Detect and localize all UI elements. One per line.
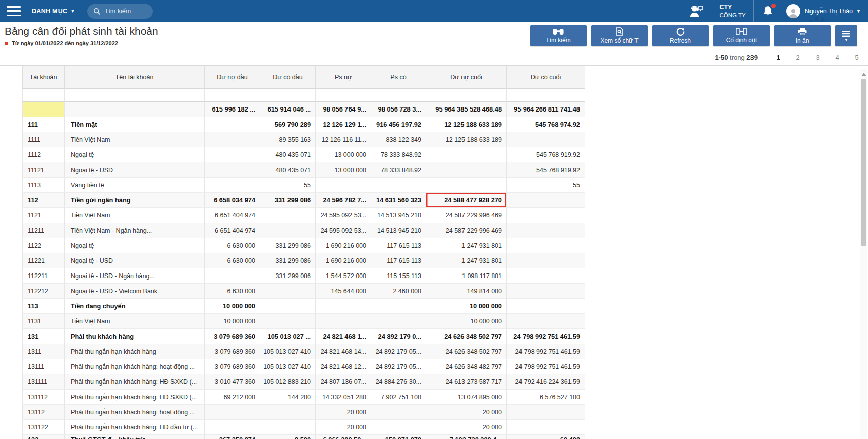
cell-value[interactable]: 24 626 348 502 797 <box>426 344 507 359</box>
refresh-button[interactable]: Refresh <box>652 25 709 46</box>
cell-account-code[interactable]: 131122 <box>22 420 65 435</box>
cell-value[interactable]: 14 513 945 210 <box>371 208 426 223</box>
cell-account-name[interactable]: Phải thu ngắn hạn khách hàng: HĐ đầu tư … <box>65 420 205 435</box>
pagination-page-5[interactable]: 5 <box>854 53 860 61</box>
cell-value[interactable]: 117 615 113 <box>371 238 426 253</box>
column-header-ps-no[interactable]: Ps nợ <box>316 66 371 89</box>
cell-value[interactable]: 89 355 163 <box>260 132 316 147</box>
cell-value[interactable]: 24 821 468 14... <box>316 344 371 359</box>
table-row[interactable]: 131Phải thu khách hàng3 079 689 360105 0… <box>22 329 585 344</box>
cell-value[interactable] <box>507 238 585 253</box>
column-header-du-no-dau[interactable]: Dư nợ đầu <box>205 66 260 89</box>
cell-value[interactable]: 24 613 273 587 717 <box>426 374 507 390</box>
column-header-ps-co[interactable]: Ps có <box>371 66 426 89</box>
cell-value[interactable]: 24 792 416 224 361.59 <box>507 374 585 390</box>
cell-account-code[interactable]: 112211 <box>22 268 65 284</box>
support-button[interactable] <box>680 0 712 22</box>
cell-account-code[interactable]: 112 <box>22 193 65 208</box>
table-row[interactable]: 11221Ngoại tệ - USD6 630 000331 299 0861… <box>22 253 585 268</box>
cell-account-name[interactable]: Tiền Việt Nam <box>65 208 205 223</box>
cell-account-name[interactable]: Vàng tiền tệ <box>65 178 205 193</box>
freeze-columns-button[interactable]: Cố định cột <box>713 25 770 46</box>
table-row[interactable]: 131111Phải thu ngắn hạn khách hàng: HĐ S… <box>22 374 585 390</box>
table-row[interactable]: 13112Phải thu ngắn hạn khách hàng: hoạt … <box>22 405 585 420</box>
cell-account-name[interactable]: Phải thu ngắn hạn khách hàng: hoạt động … <box>65 359 205 374</box>
cell-account-name[interactable]: Ngoại tệ <box>65 147 205 162</box>
cell-value[interactable]: 6 658 034 974 <box>205 193 260 208</box>
cell-value[interactable]: 14 332 051 280 <box>316 390 371 405</box>
cell-value[interactable]: 150 071 070 <box>371 435 426 439</box>
cell-value[interactable] <box>260 299 316 314</box>
pagination-page-1[interactable]: 1 <box>775 53 781 61</box>
cell-account-name[interactable]: Ngoại tệ - USD - Ngân hàng... <box>65 268 205 284</box>
cell-value[interactable] <box>371 420 426 435</box>
pagination-page-3[interactable]: 3 <box>815 53 821 61</box>
cell-account-name[interactable]: Ngoại tệ - USD <box>65 162 205 178</box>
table-row[interactable]: 1113Vàng tiền tệ5555 <box>22 178 585 193</box>
scrollbar-thumb[interactable] <box>861 79 866 246</box>
cell-value[interactable]: 1 690 216 000 <box>316 238 371 253</box>
cell-value[interactable]: 3 079 689 360 <box>205 329 260 344</box>
cell-value[interactable]: 838 122 349 <box>371 132 426 147</box>
cell-value[interactable] <box>507 284 585 299</box>
cell-account-code[interactable]: 133 <box>22 435 65 439</box>
table-row[interactable]: 11121Ngoại tệ - USD480 435 07113 000 000… <box>22 162 585 178</box>
cell-account-name[interactable]: Phải thu ngắn hạn khách hàng: HĐ SXKD (.… <box>65 374 205 390</box>
cell-value[interactable] <box>371 405 426 420</box>
table-row[interactable]: 11211Tiền Việt Nam - Ngân hàng...6 651 4… <box>22 223 585 238</box>
cell-value[interactable]: 1 690 216 000 <box>316 253 371 268</box>
table-row[interactable]: 133Thuế GTGT đ... khấu trừ367 350 9749 5… <box>22 435 585 439</box>
cell-account-name[interactable]: Phải thu khách hàng <box>65 329 205 344</box>
cell-value[interactable]: 24 892 179 0... <box>371 329 426 344</box>
cell-value[interactable] <box>371 178 426 193</box>
cell-value[interactable]: 1 247 931 801 <box>426 238 507 253</box>
cell-value[interactable]: 7 902 751 100 <box>371 390 426 405</box>
cell-value[interactable]: 1 098 117 801 <box>426 268 507 284</box>
table-row[interactable]: 615 996 182 ...615 914 046 ...98 056 764… <box>22 102 585 117</box>
cell-value[interactable]: 1 544 572 000 <box>316 268 371 284</box>
cell-value[interactable]: 14 631 560 323 <box>371 193 426 208</box>
table-row[interactable]: 1131Tiền Việt Nam10 000 00010 000 000 <box>22 314 585 329</box>
cell-value[interactable] <box>205 117 260 132</box>
cell-value[interactable]: 6 651 404 974 <box>205 223 260 238</box>
cell-account-name[interactable]: Ngoại tệ <box>65 238 205 253</box>
cell-value[interactable]: 13 000 000 <box>316 147 371 162</box>
cell-account-name[interactable]: Ngoại tệ - USD <box>65 253 205 268</box>
table-row[interactable]: 13111Phải thu ngắn hạn khách hàng: hoạt … <box>22 359 585 374</box>
table-row[interactable]: 1311Phải thu ngắn hạn khách hàng3 079 68… <box>22 344 585 359</box>
filter-cell[interactable] <box>371 89 426 102</box>
cell-value[interactable]: 13 074 895 080 <box>426 390 507 405</box>
cell-account-name[interactable]: Phải thu ngắn hạn khách hàng <box>65 344 205 359</box>
cell-value[interactable]: 105 013 027 410 <box>260 359 316 374</box>
filter-cell[interactable] <box>260 89 316 102</box>
print-button[interactable]: In ấn <box>774 25 831 46</box>
cell-value[interactable] <box>507 193 585 208</box>
cell-value[interactable]: 615 914 046 ... <box>260 102 316 117</box>
cell-value[interactable]: 3 079 689 360 <box>205 344 260 359</box>
cell-value[interactable]: 331 299 086 <box>260 253 316 268</box>
cell-account-name[interactable]: Tiền gửi ngân hàng <box>65 193 205 208</box>
cell-value[interactable]: 480 435 071 <box>260 147 316 162</box>
cell-value[interactable] <box>260 208 316 223</box>
cell-account-name[interactable]: Thuế GTGT đ... khấu trừ <box>65 435 205 439</box>
view-t-account-button[interactable]: Xem sổ chữ T <box>591 25 648 46</box>
cell-value[interactable]: 145 644 000 <box>316 284 371 299</box>
cell-value[interactable]: 10 000 000 <box>426 299 507 314</box>
cell-value[interactable]: 10 000 000 <box>205 299 260 314</box>
cell-value[interactable]: 569 790 289 <box>260 117 316 132</box>
cell-value[interactable] <box>507 208 585 223</box>
filter-cell[interactable] <box>426 89 507 102</box>
table-row[interactable]: 1112Ngoại tệ480 435 07113 000 00078 333 … <box>22 147 585 162</box>
cell-value[interactable]: 331 299 086 <box>260 193 316 208</box>
cell-value[interactable]: 20 000 <box>426 420 507 435</box>
cell-value[interactable]: 98 056 728 3... <box>371 102 426 117</box>
cell-account-name[interactable]: Phải thu ngắn hạn khách hàng: hoạt động … <box>65 405 205 420</box>
cell-value[interactable]: 55 <box>260 178 316 193</box>
user-menu[interactable]: Nguyễn Thị Thảo ▼ <box>782 0 868 22</box>
cell-value[interactable]: 6 630 000 <box>205 284 260 299</box>
cell-value[interactable]: 117 615 113 <box>371 253 426 268</box>
cell-value[interactable] <box>260 420 316 435</box>
cell-value[interactable] <box>371 299 426 314</box>
column-header-ten-tai-khoan[interactable]: Tên tài khoản <box>65 66 205 89</box>
cell-value[interactable]: 105 013 027 410 <box>260 344 316 359</box>
